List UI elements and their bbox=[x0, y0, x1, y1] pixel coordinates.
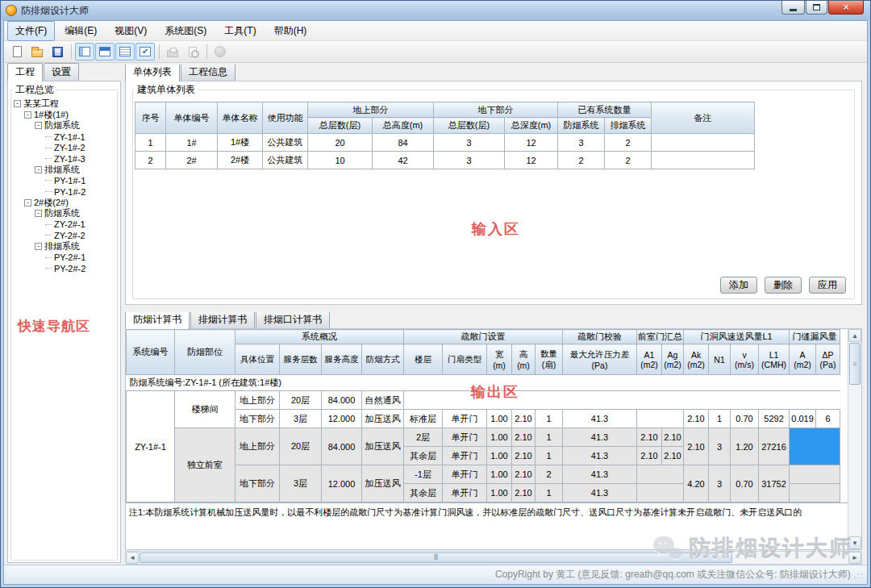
table-cell[interactable]: 单开门 bbox=[443, 447, 487, 465]
table-cell[interactable]: 1#楼 bbox=[218, 134, 263, 152]
table-cell[interactable]: 加压送风 bbox=[362, 465, 404, 503]
table-cell[interactable]: 2.10 bbox=[512, 428, 536, 447]
table-cell[interactable]: 1 bbox=[536, 428, 563, 447]
table-cell[interactable]: 4.20 bbox=[684, 465, 709, 503]
selected-cell[interactable] bbox=[790, 428, 840, 465]
horizontal-scroll-thumb[interactable]: Ⅲ bbox=[140, 553, 732, 563]
table-cell[interactable]: 1.00 bbox=[487, 428, 512, 447]
table-cell[interactable]: 2.10 bbox=[662, 428, 684, 447]
new-file-button[interactable] bbox=[7, 43, 27, 60]
maximize-button[interactable] bbox=[806, 1, 827, 15]
tree-item[interactable]: PY-1#-2 bbox=[11, 186, 117, 198]
table-cell[interactable]: 2.10 bbox=[512, 465, 536, 484]
table-cell[interactable]: 2 bbox=[558, 152, 605, 169]
table-cell[interactable]: 3 bbox=[558, 134, 605, 152]
table-cell[interactable] bbox=[652, 134, 755, 152]
collapse-icon[interactable]: - bbox=[14, 100, 21, 107]
scroll-down-icon[interactable]: ▼ bbox=[848, 536, 861, 549]
table-cell[interactable]: 2#楼 bbox=[218, 152, 263, 169]
table-cell[interactable]: 2层 bbox=[404, 428, 443, 447]
save-button[interactable] bbox=[48, 43, 67, 60]
table-cell[interactable]: 2# bbox=[166, 152, 218, 169]
table-cell[interactable]: 2.10 bbox=[637, 447, 662, 465]
table-cell[interactable]: 2.10 bbox=[512, 484, 536, 503]
tree-item[interactable]: ZY-1#-1 bbox=[11, 131, 117, 143]
table-cell[interactable]: 41.3 bbox=[563, 484, 637, 503]
toggle-report-panel-button[interactable] bbox=[115, 43, 135, 60]
table-cell[interactable]: 2.10 bbox=[637, 428, 662, 447]
delete-button[interactable]: 删除 bbox=[765, 277, 802, 294]
table-cell[interactable]: 公共建筑 bbox=[263, 152, 308, 169]
table-cell[interactable]: 0.019 bbox=[790, 410, 816, 428]
table-cell[interactable]: -1层 bbox=[404, 465, 443, 484]
close-button[interactable]: ✕ bbox=[828, 1, 864, 15]
scroll-up-icon[interactable]: ▲ bbox=[848, 329, 861, 342]
table-cell[interactable]: 41.3 bbox=[563, 447, 637, 465]
table-cell[interactable]: ZY-1#-1 bbox=[127, 391, 175, 503]
table-cell[interactable]: 31752 bbox=[759, 465, 790, 503]
vertical-scroll-thumb[interactable]: ≡ bbox=[849, 343, 861, 385]
tab-smoke-proof-report[interactable]: 防烟计算书 bbox=[125, 312, 190, 329]
collapse-icon[interactable]: - bbox=[24, 199, 31, 206]
add-button[interactable]: 添加 bbox=[720, 277, 757, 294]
table-cell[interactable]: 加压送风 bbox=[362, 428, 404, 465]
table-cell[interactable]: 20层 bbox=[280, 391, 322, 410]
table-cell[interactable]: 20 bbox=[308, 134, 373, 152]
table-cell[interactable]: 3层 bbox=[280, 410, 322, 428]
table-cell[interactable]: 12 bbox=[505, 152, 558, 169]
collapse-icon[interactable]: - bbox=[35, 243, 42, 250]
menu-tools[interactable]: 工具(T) bbox=[216, 21, 264, 41]
tree-item[interactable]: PY-2#-2 bbox=[11, 263, 117, 274]
table-cell[interactable]: 单开门 bbox=[443, 428, 487, 447]
table-cell[interactable]: 1.20 bbox=[731, 428, 759, 465]
table-cell[interactable]: 2 bbox=[605, 134, 652, 152]
table-cell[interactable]: 12.000 bbox=[322, 465, 362, 503]
tree-item[interactable]: -1#楼(1#) bbox=[11, 110, 117, 121]
tree-item[interactable]: -排烟系统 bbox=[11, 241, 117, 252]
tree-item[interactable]: PY-2#-1 bbox=[11, 252, 117, 263]
table-cell[interactable]: 84.000 bbox=[322, 391, 362, 410]
table-cell[interactable]: 标准层 bbox=[404, 410, 443, 428]
table-cell[interactable]: 2 bbox=[605, 152, 652, 169]
table-cell[interactable]: 地下部分 bbox=[235, 465, 280, 503]
collapse-icon[interactable]: - bbox=[35, 166, 42, 173]
tree-item[interactable]: -2#楼(2#) bbox=[11, 197, 117, 208]
menu-edit[interactable]: 编辑(E) bbox=[56, 21, 105, 41]
tab-settings[interactable]: 设置 bbox=[44, 63, 79, 81]
table-cell[interactable]: 5292 bbox=[759, 410, 790, 428]
table-cell[interactable] bbox=[637, 484, 684, 503]
collapse-icon[interactable]: - bbox=[35, 122, 42, 129]
tab-project[interactable]: 工程 bbox=[7, 63, 43, 81]
table-cell[interactable]: 1# bbox=[166, 134, 218, 152]
table-cell[interactable]: 20层 bbox=[280, 428, 322, 465]
table-cell[interactable]: 27216 bbox=[759, 428, 790, 465]
table-cell[interactable] bbox=[637, 465, 684, 484]
table-cell[interactable]: 2.10 bbox=[662, 447, 684, 465]
table-cell[interactable]: 单开门 bbox=[443, 484, 487, 503]
table-cell[interactable]: 2 bbox=[135, 152, 166, 169]
table-cell[interactable]: 1 bbox=[536, 410, 563, 428]
tab-project-info[interactable]: 工程信息 bbox=[181, 65, 235, 81]
table-cell[interactable]: 楼梯间 bbox=[175, 391, 235, 428]
menu-system-diagram[interactable]: 系统图(S) bbox=[156, 21, 215, 41]
table-cell[interactable]: 1 bbox=[536, 484, 563, 503]
tree-item[interactable]: ZY-2#-1 bbox=[11, 219, 117, 231]
menu-file[interactable]: 文件(F) bbox=[7, 21, 55, 41]
table-cell[interactable]: 1.00 bbox=[487, 465, 512, 484]
open-file-button[interactable] bbox=[27, 43, 47, 60]
tab-unit-list[interactable]: 单体列表 bbox=[125, 65, 180, 81]
tree-item[interactable]: ZY-2#-2 bbox=[11, 230, 117, 241]
table-cell[interactable]: 10 bbox=[308, 152, 373, 169]
tab-exhaust-outlet-report[interactable]: 排烟口计算书 bbox=[256, 312, 330, 328]
table-cell[interactable]: 3层 bbox=[280, 465, 322, 503]
table-cell[interactable]: 地下部分 bbox=[235, 410, 280, 428]
table-cell[interactable]: 地上部分 bbox=[235, 428, 280, 465]
table-cell[interactable]: 12 bbox=[505, 134, 558, 152]
table-cell[interactable]: 3 bbox=[434, 134, 505, 152]
minimize-button[interactable] bbox=[781, 1, 805, 15]
table-cell[interactable]: 1.00 bbox=[487, 410, 512, 428]
table-cell[interactable]: 自然通风 bbox=[362, 391, 404, 410]
tree-item[interactable]: -某某工程 bbox=[11, 98, 117, 110]
table-cell[interactable]: 3 bbox=[709, 428, 731, 465]
apply-button[interactable]: 应用 bbox=[809, 277, 846, 294]
